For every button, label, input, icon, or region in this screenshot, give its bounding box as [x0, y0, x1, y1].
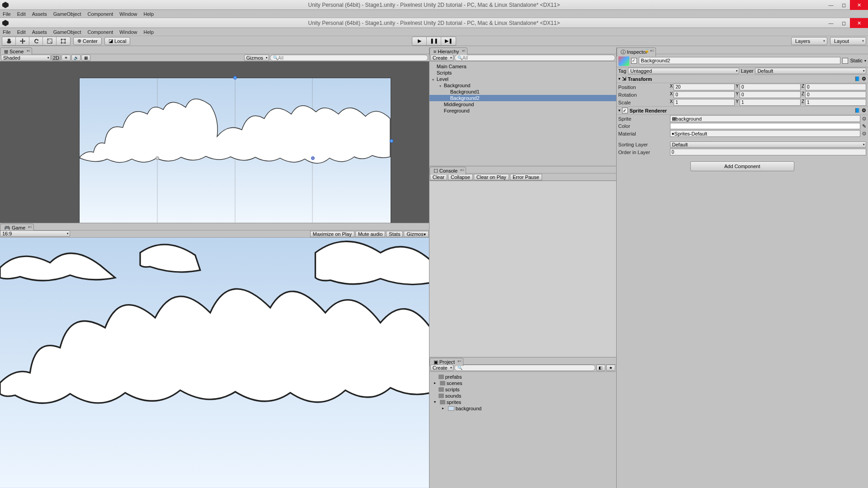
tab-menu-icon[interactable]: ▾≡: [28, 225, 32, 229]
hierarchy-item-background2[interactable]: Background2: [429, 95, 616, 101]
menu-edit[interactable]: Edit: [17, 29, 26, 35]
tab-menu-icon[interactable]: ▾≡: [462, 49, 466, 53]
close-button[interactable]: ✕: [850, 0, 868, 10]
inner-maximize-button[interactable]: ◻: [837, 18, 850, 28]
tab-menu-icon[interactable]: ▾≡: [27, 49, 31, 53]
menu-help[interactable]: Help: [143, 11, 154, 17]
console-error-pause-toggle[interactable]: Error Pause: [510, 174, 542, 180]
object-name-field[interactable]: [639, 57, 841, 64]
project-folder-sounds[interactable]: sounds: [429, 393, 616, 399]
menu-gameobject[interactable]: GameObject: [53, 11, 81, 17]
project-asset-background[interactable]: ▸background: [429, 405, 616, 412]
active-checkbox[interactable]: ✓: [631, 58, 637, 64]
menu-edit[interactable]: Edit: [17, 11, 26, 17]
inspector-tab[interactable]: ⓘ Inspector🔒 ▾≡: [617, 47, 656, 56]
hierarchy-item-scripts[interactable]: Scripts: [429, 70, 616, 76]
transform-handle[interactable]: [390, 139, 393, 143]
hierarchy-search[interactable]: 🔍All: [454, 55, 615, 61]
hierarchy-item-background[interactable]: ▾Background: [429, 82, 616, 89]
menu-component[interactable]: Component: [87, 29, 113, 35]
hierarchy-tab[interactable]: ≡ Hierarchy▾≡: [429, 47, 468, 55]
scale-tool[interactable]: [43, 37, 57, 45]
hand-tool[interactable]: [2, 37, 16, 45]
scale-x-field[interactable]: [674, 99, 735, 106]
console-tab[interactable]: ☐ Console▾≡: [429, 167, 466, 175]
scene-search[interactable]: 🔍All: [270, 55, 428, 61]
project-folder-scenes[interactable]: ▸scenes: [429, 380, 616, 386]
pivot-center-toggle[interactable]: ⊕ Center: [73, 37, 102, 45]
gameobject-icon[interactable]: [618, 55, 629, 66]
scene-viewport[interactable]: [0, 61, 429, 223]
menu-window[interactable]: Window: [119, 11, 137, 17]
transform-component-header[interactable]: ▾⇲ Transform 📘 ⚙: [617, 75, 868, 83]
gizmos-dropdown[interactable]: Gizmos: [244, 55, 269, 61]
pause-button[interactable]: ❚❚: [427, 37, 441, 45]
hierarchy-item-middleground[interactable]: Middleground: [429, 101, 616, 108]
object-picker-icon[interactable]: ⊙: [862, 116, 866, 122]
color-field[interactable]: [670, 123, 860, 129]
fx-toggle[interactable]: ▦: [81, 55, 90, 61]
inner-close-button[interactable]: ✕: [850, 18, 868, 28]
hierarchy-item-main-camera[interactable]: Main Camera: [429, 63, 616, 70]
maximize-button[interactable]: ◻: [837, 0, 850, 10]
shading-dropdown[interactable]: Shaded: [1, 55, 51, 61]
layers-dropdown[interactable]: Layers: [791, 37, 827, 45]
scale-y-field[interactable]: [740, 99, 801, 106]
move-tool[interactable]: [16, 37, 29, 45]
project-folder-scripts[interactable]: scripts: [429, 386, 616, 393]
material-field[interactable]: ● Sprites-Default: [670, 130, 860, 137]
step-button[interactable]: ▶❚: [441, 37, 456, 45]
hierarchy-item-foreground[interactable]: Foreground: [429, 108, 616, 114]
mode-2d-toggle[interactable]: 2D: [52, 55, 61, 61]
project-search[interactable]: 🔍: [454, 365, 595, 371]
hierarchy-create-dropdown[interactable]: Create: [430, 55, 453, 61]
aspect-dropdown[interactable]: 16:9: [0, 230, 70, 237]
sorting-layer-dropdown[interactable]: Default: [670, 141, 866, 148]
game-viewport[interactable]: [0, 238, 429, 488]
lighting-toggle[interactable]: ☀: [61, 55, 71, 61]
component-gear-icon[interactable]: ⚙: [862, 76, 866, 82]
console-output[interactable]: [429, 181, 616, 357]
menu-assets[interactable]: Assets: [32, 11, 47, 17]
game-gizmos-dropdown[interactable]: Gizmos ▾: [404, 231, 428, 237]
rotate-tool[interactable]: [29, 37, 43, 45]
rotation-z-field[interactable]: [805, 91, 866, 98]
layout-dropdown[interactable]: Layout: [830, 37, 866, 45]
play-button[interactable]: ▶: [412, 37, 427, 45]
tag-dropdown[interactable]: Untagged: [628, 68, 739, 74]
maximize-on-play-toggle[interactable]: Maximize on Play: [310, 231, 354, 237]
console-clear-on-play-toggle[interactable]: Clear on Play: [474, 174, 509, 180]
add-component-button[interactable]: Add Component: [690, 161, 794, 171]
menu-assets[interactable]: Assets: [32, 29, 47, 35]
hierarchy-item-level[interactable]: ▾Level: [429, 76, 616, 82]
object-picker-icon[interactable]: ⊙: [862, 131, 866, 136]
audio-toggle[interactable]: 🔊: [71, 55, 80, 61]
layer-dropdown[interactable]: Default: [755, 68, 866, 74]
menu-file[interactable]: File: [3, 11, 11, 17]
minimize-button[interactable]: —: [825, 0, 837, 10]
stats-toggle[interactable]: Stats: [386, 231, 403, 237]
inner-minimize-button[interactable]: —: [825, 18, 837, 28]
local-global-toggle[interactable]: ◪ Local: [104, 37, 130, 45]
component-help-icon[interactable]: 📘: [854, 76, 860, 81]
eyedropper-icon[interactable]: ✎: [862, 123, 866, 129]
menu-help[interactable]: Help: [143, 29, 154, 35]
pivot-handle[interactable]: [311, 156, 315, 160]
component-help-icon[interactable]: 📘: [854, 108, 860, 113]
position-x-field[interactable]: [674, 84, 735, 90]
transform-handle[interactable]: [156, 156, 159, 160]
console-clear-button[interactable]: Clear: [430, 174, 447, 180]
rotation-y-field[interactable]: [740, 91, 801, 98]
sprite-renderer-enabled-checkbox[interactable]: ✓: [622, 108, 628, 113]
hierarchy-tree[interactable]: Main Camera Scripts ▾Level ▾Background B…: [429, 61, 616, 166]
menu-gameobject[interactable]: GameObject: [53, 29, 81, 35]
menu-window[interactable]: Window: [119, 29, 137, 35]
transform-handle[interactable]: [233, 76, 237, 80]
sprite-field[interactable]: ▦ background: [670, 115, 860, 122]
menu-file[interactable]: File: [3, 29, 11, 35]
project-folder-sprites[interactable]: ▾sprites: [429, 399, 616, 405]
project-tree[interactable]: prefabs ▸scenes scripts sounds ▾sprites …: [429, 372, 616, 488]
rotation-x-field[interactable]: [674, 91, 735, 98]
project-filter-icon[interactable]: ◧: [596, 365, 605, 371]
scale-z-field[interactable]: [805, 99, 866, 106]
